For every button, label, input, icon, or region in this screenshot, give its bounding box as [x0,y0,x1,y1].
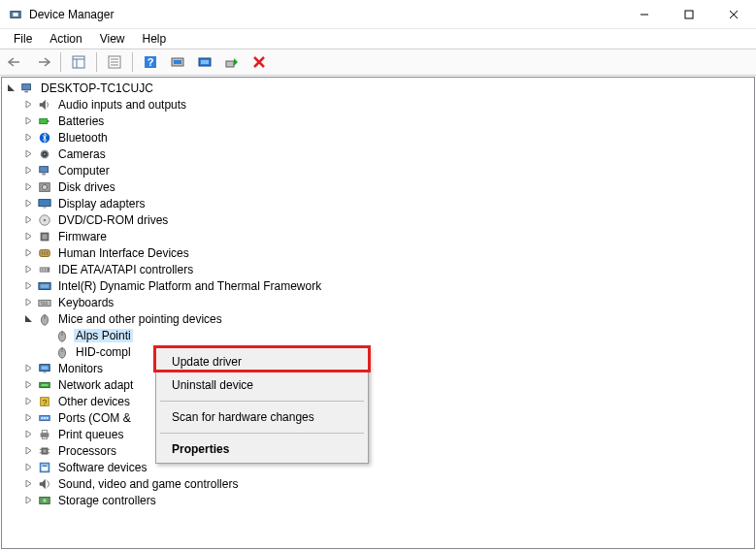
tree-root-node[interactable]: DESKTOP-TC1CUJC [2,80,754,96]
tree-category-keyboard[interactable]: Keyboards [2,294,754,310]
chevron-icon[interactable] [21,395,35,408]
scan-hardware-button[interactable] [166,51,189,73]
chevron-icon[interactable] [21,378,35,392]
toolbar: ? [0,49,756,76]
chevron-icon[interactable] [21,131,35,145]
svg-point-33 [42,184,47,189]
computer-icon [37,163,52,178]
chevron-icon[interactable] [21,477,35,491]
chevron-icon[interactable] [21,213,35,227]
context-menu-item[interactable]: Uninstall device [158,373,366,397]
tree-category-audio[interactable]: Audio inputs and outputs [2,96,754,113]
tree-device-item[interactable]: Alps Pointi [2,327,754,343]
svg-rect-51 [41,302,43,303]
chevron-icon[interactable] [21,164,35,178]
tree-category-firmware[interactable]: Firmware [2,228,754,244]
forward-button[interactable] [31,51,54,73]
show-hide-console-button[interactable] [67,51,90,73]
tree-category-mouse[interactable]: Mice and other pointing devices [2,310,754,327]
chevron-icon[interactable] [21,494,35,507]
chevron-icon[interactable] [21,312,35,326]
chevron-icon[interactable] [39,345,52,359]
chevron-icon[interactable] [21,246,35,260]
chevron-icon[interactable] [21,444,35,458]
mouse-icon [54,344,70,360]
chevron-icon[interactable] [21,230,35,243]
tree-item-label: Computer [56,164,112,178]
minimize-button[interactable] [622,0,667,29]
tree-category-cpu[interactable]: Processors [2,442,754,459]
ide-icon [37,262,52,277]
tree-item-label: Audio inputs and outputs [56,98,188,112]
chevron-icon[interactable] [21,197,35,210]
properties-button[interactable] [103,51,126,73]
maximize-button[interactable] [667,0,711,29]
menu-help[interactable]: Help [135,30,175,48]
close-button[interactable] [711,0,756,29]
svg-rect-65 [42,384,49,386]
tree-item-label: Ports (COM & [56,411,133,425]
network-icon [37,377,52,393]
tree-category-sound[interactable]: Sound, video and game controllers [2,475,754,492]
chevron-icon[interactable] [21,411,35,425]
tree-category-bluetooth[interactable]: Bluetooth [2,129,754,146]
tree-category-port[interactable]: Ports (COM & [2,409,754,426]
tree-category-monitor[interactable]: Monitors [2,360,754,376]
tree-category-camera[interactable]: Cameras [2,146,754,162]
svg-rect-23 [24,90,28,92]
chevron-icon[interactable] [21,461,35,474]
thermal-icon [37,278,52,294]
tree-category-dvd[interactable]: DVD/CD-ROM drives [2,211,754,228]
tree-item-label: Storage controllers [56,494,158,507]
back-button[interactable] [4,51,27,73]
chevron-icon[interactable] [21,428,35,441]
menu-action[interactable]: Action [42,30,89,48]
chevron-icon[interactable] [21,296,35,309]
context-menu-item[interactable]: Update driver [158,350,366,373]
tree-category-software[interactable]: Software devices [2,459,754,475]
tree-device-item[interactable]: HID-compl [2,343,754,360]
tree-item-label: Mice and other pointing devices [56,312,224,326]
chevron-icon[interactable] [21,263,35,276]
svg-rect-46 [43,268,45,272]
help-button[interactable]: ? [139,51,162,73]
camera-icon [37,146,52,162]
device-tree[interactable]: DESKTOP-TC1CUJCAudio inputs and outputsB… [1,77,755,549]
chevron-icon[interactable] [21,180,35,194]
tree-item-label: Processors [56,444,118,458]
titlebar: Device Manager [0,0,756,29]
tree-category-thermal[interactable]: Intel(R) Dynamic Platform and Thermal Fr… [2,277,754,294]
tree-item-label: HID-compl [74,345,133,359]
svg-rect-47 [46,268,48,272]
context-menu-item[interactable]: Properties [158,437,366,461]
chevron-icon[interactable] [21,114,35,128]
tree-category-disk[interactable]: Disk drives [2,178,754,195]
tree-category-computer[interactable]: Computer [2,162,754,178]
context-menu-item[interactable]: Scan for hardware changes [158,405,366,429]
tree-category-battery[interactable]: Batteries [2,113,754,129]
tree-category-ide[interactable]: IDE ATA/ATAPI controllers [2,261,754,277]
svg-rect-49 [41,284,49,288]
tree-category-other[interactable]: ?Other devices [2,393,754,409]
chevron-icon[interactable] [21,147,35,161]
chevron-icon[interactable] [4,81,17,95]
tree-category-hid[interactable]: Human Interface Devices [2,244,754,261]
uninstall-device-button[interactable] [247,51,271,73]
tree-item-label: Batteries [56,114,106,128]
tree-category-storage[interactable]: Storage controllers [2,492,754,508]
svg-rect-3 [685,11,693,18]
chevron-icon[interactable] [39,329,52,342]
chevron-icon[interactable] [21,362,35,375]
chevron-icon[interactable] [21,279,35,293]
tree-category-network[interactable]: Network adapt [2,376,754,393]
chevron-icon[interactable] [21,98,35,112]
svg-rect-6 [73,56,84,68]
tree-category-display[interactable]: Display adapters [2,195,754,211]
tree-item-label: Cameras [56,147,108,161]
update-driver-button[interactable] [193,51,216,73]
tree-category-printer[interactable]: Print queues [2,426,754,442]
menu-file[interactable]: File [6,30,40,48]
svg-rect-73 [42,430,47,433]
enable-device-button[interactable] [220,51,244,73]
menu-view[interactable]: View [92,30,133,48]
